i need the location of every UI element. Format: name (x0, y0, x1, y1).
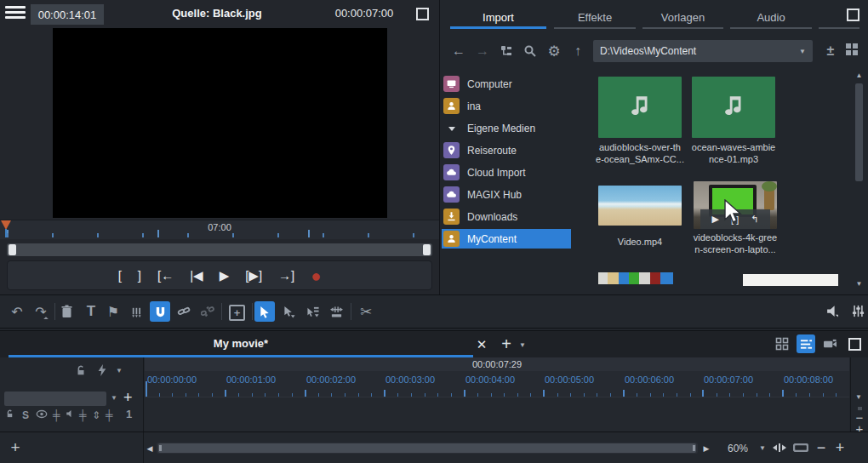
lock-all-icon[interactable] (75, 364, 87, 376)
maximize-preview-icon[interactable] (416, 8, 429, 20)
folder-up-icon[interactable]: ↑ (566, 41, 590, 61)
tab-import[interactable]: Import (450, 5, 546, 29)
mouse-mode-single-icon[interactable] (279, 301, 300, 322)
range-end-handle[interactable] (423, 244, 431, 255)
track-options-caret-icon[interactable]: ▼ (116, 367, 123, 374)
video-file-thumbnail[interactable] (598, 186, 682, 226)
sidebar-item-ina[interactable]: ina (442, 96, 571, 116)
audio-file-thumbnail[interactable] (692, 77, 775, 138)
preview-play-icon[interactable]: ▶ (712, 214, 719, 225)
partial-thumbnail-white[interactable] (743, 274, 838, 286)
track-lane[interactable] (145, 397, 849, 432)
sidebar-item-cloud-import[interactable]: Cloud Import (442, 163, 571, 182)
scroll-right-icon[interactable]: ▶ (701, 443, 711, 454)
zoom-in-icon[interactable]: + (832, 437, 848, 458)
timeline-hscrollbar-thumb[interactable] (158, 443, 696, 453)
hscroll-right-handle[interactable] (693, 445, 695, 451)
storyboard-view-icon[interactable] (773, 334, 791, 353)
track-pan-fader-icon[interactable]: ╪ (79, 409, 87, 421)
tab-audio[interactable]: Audio (730, 5, 812, 29)
tab-effekte[interactable]: Effekte (554, 5, 636, 29)
view-grid-icon[interactable] (845, 43, 859, 56)
forward-icon[interactable]: → (471, 41, 494, 61)
zoom-object-icon[interactable]: + (229, 305, 245, 321)
previous-frame-button[interactable]: |◀ (190, 269, 203, 282)
mouse-mode-standard-icon[interactable] (254, 301, 275, 322)
track-name-input[interactable] (4, 392, 106, 406)
fit-selection-icon[interactable] (793, 443, 808, 452)
play-range-button[interactable]: [▶] (245, 269, 262, 282)
track-volume-fader-icon[interactable]: ╪ (53, 409, 60, 421)
scroll-up-icon[interactable]: ▲ (854, 71, 865, 79)
scroll-down-icon[interactable]: ▼ (854, 280, 865, 288)
settings-gear-icon[interactable]: ⚙ (542, 41, 566, 61)
timeline-hscrollbar[interactable] (157, 443, 698, 454)
close-movie-icon[interactable]: ✕ (473, 336, 490, 353)
play-button[interactable]: ▶ (220, 269, 230, 282)
fit-horizontal-icon[interactable] (773, 442, 786, 454)
maximize-timeline-icon[interactable] (848, 338, 861, 351)
menu-icon[interactable] (5, 6, 26, 22)
title-text-icon[interactable]: T (81, 301, 101, 322)
sidebar-item-reiseroute[interactable]: Reiseroute (442, 140, 571, 160)
sidebar-group-eigene-medien[interactable]: Eigene Medien (442, 118, 571, 138)
media-scrollbar-thumb[interactable] (855, 83, 863, 181)
insert-arrow-icon[interactable]: ↰ (751, 214, 758, 225)
sidebar-item-magix-hub[interactable]: MAGIX Hub (442, 185, 571, 204)
jump-to-end-button[interactable]: →] (278, 269, 294, 282)
timeline-view-icon[interactable] (797, 334, 815, 353)
scroll-left-icon[interactable]: ◀ (145, 443, 155, 454)
delete-trash-icon[interactable] (56, 301, 77, 322)
group-objects-icon[interactable] (126, 301, 146, 322)
preview-range-slider[interactable] (7, 243, 432, 256)
add-movie-icon[interactable]: + (497, 334, 516, 353)
path-dropdown[interactable]: D:\Videos\MyContent ▼ (593, 40, 813, 62)
add-track-icon[interactable]: + (123, 389, 133, 407)
import-export-icon[interactable]: ± (821, 41, 840, 61)
unlink-icon[interactable] (197, 301, 218, 322)
track-mute-speaker-icon[interactable] (65, 409, 75, 419)
track-visibility-eye-icon[interactable] (36, 409, 48, 420)
movie-list-caret-icon[interactable]: ▼ (519, 341, 526, 349)
multicam-camera-icon[interactable] (820, 334, 839, 353)
record-button[interactable]: ● (311, 267, 321, 284)
set-in-point-button[interactable]: [ (118, 269, 122, 282)
timeline-ruler[interactable]: 00:00:00:00 00:00:01:00 00:00:02:00 00:0… (145, 371, 849, 397)
track-scroll-down-icon[interactable]: ▼ (855, 393, 862, 401)
jump-to-start-button[interactable]: [← (157, 269, 174, 282)
current-timecode[interactable]: 00:00:14:01 (31, 4, 104, 25)
keyframe-lightning-icon[interactable] (97, 364, 107, 376)
split-scissors-icon[interactable]: ✂ (356, 301, 376, 322)
range-start-handle[interactable] (9, 244, 16, 255)
preview-scrubber[interactable]: 07:00 (0, 220, 439, 239)
add-track-bottom-icon[interactable]: + (7, 437, 24, 458)
object-stretch-icon[interactable] (326, 301, 346, 322)
undo-icon[interactable]: ↶ (7, 301, 27, 322)
search-icon[interactable] (518, 41, 542, 61)
video-canvas[interactable] (53, 28, 387, 218)
mouse-mode-all-tracks-icon[interactable] (303, 301, 323, 322)
mixer-icon[interactable] (848, 300, 868, 321)
sidebar-item-mycontent[interactable]: MyContent (442, 229, 571, 249)
partial-thumbnail-filmstrip[interactable] (598, 272, 673, 284)
snap-magnet-icon[interactable] (150, 301, 170, 322)
track-solo-icon[interactable]: S (22, 409, 29, 421)
zoom-level-caret-icon[interactable]: ▼ (759, 444, 766, 452)
tree-view-icon[interactable] (494, 41, 518, 61)
back-icon[interactable]: ← (447, 41, 471, 61)
marker-flag-icon[interactable]: ⚑ (103, 301, 123, 322)
sidebar-item-downloads[interactable]: Downloads (442, 207, 571, 226)
track-expand-icon[interactable]: ⇕ (92, 409, 100, 421)
track-name-caret-icon[interactable]: ▼ (111, 394, 117, 402)
track-curve-fader-icon[interactable]: ╪ (106, 409, 113, 421)
maximize-panel-icon[interactable] (847, 9, 859, 21)
audio-file-thumbnail[interactable] (598, 77, 682, 138)
sidebar-item-computer[interactable]: Computer (442, 74, 571, 94)
set-out-point-button[interactable]: ] (138, 269, 141, 282)
media-scrollbar[interactable]: ▲ ▼ (854, 71, 865, 289)
movie-tab[interactable]: My movie* (9, 331, 473, 357)
tab-vorlagen[interactable]: Vorlagen (642, 5, 723, 29)
zoom-level-value[interactable]: 60% (723, 442, 752, 454)
track-lock-icon[interactable] (5, 409, 14, 419)
speaker-icon[interactable] (822, 300, 842, 321)
